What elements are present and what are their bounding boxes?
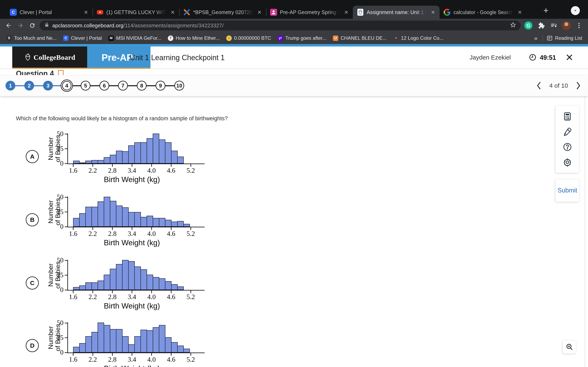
submit-button[interactable]: Submit xyxy=(558,187,577,194)
browser-tab[interactable]: Assignment name: Unit 1 Le xyxy=(353,6,440,19)
browser-tab[interactable]: (1) GETTING LUCKY WITH A xyxy=(93,6,179,19)
bookmark-item[interactable]: THow to Mine Ether... xyxy=(165,34,222,42)
close-assessment-button[interactable] xyxy=(565,53,574,62)
reading-list-button[interactable]: Reading List xyxy=(546,35,584,41)
browser-tab[interactable]: calculator - Google Search xyxy=(440,6,526,19)
bookmark-item[interactable]: CClever | Portal xyxy=(61,34,104,42)
timer-clock-icon xyxy=(529,53,536,61)
option-B-button[interactable]: B xyxy=(26,213,39,226)
stepper-step-7[interactable]: 7 xyxy=(118,81,128,91)
histogram-bar xyxy=(171,151,178,164)
tools-panel xyxy=(555,106,579,173)
stepper-step-10[interactable]: 10 xyxy=(174,81,184,91)
logo-orange-underline xyxy=(12,68,150,69)
bookmark-item[interactable]: ☺0.00000000 BTC xyxy=(224,34,274,42)
zoom-in-button[interactable] xyxy=(563,340,576,354)
help-tool-button[interactable] xyxy=(562,142,573,152)
histogram-bar xyxy=(177,157,184,164)
browser-menu-button[interactable] xyxy=(574,21,584,30)
gear-icon xyxy=(563,158,572,167)
histogram-bar xyxy=(104,275,110,290)
histogram-bar xyxy=(116,264,122,290)
y-tick-mark xyxy=(65,212,68,212)
forward-button[interactable] xyxy=(16,21,25,30)
pencil-tool-button[interactable] xyxy=(562,126,573,137)
browser-tab[interactable]: *BPSB_Geometry 02072B1 xyxy=(179,6,266,19)
browser-tab[interactable]: Pre-AP Geometry Spring 20 xyxy=(266,6,353,19)
bookmark-item[interactable]: ♥12 Logo Color Co... xyxy=(390,34,446,42)
histogram-bar xyxy=(140,330,147,352)
y-tick-label: 0 xyxy=(51,349,63,356)
stepper-step-2[interactable]: 2 xyxy=(24,81,34,91)
x-tick-label: 2.8 xyxy=(104,167,121,174)
next-question-button[interactable] xyxy=(575,81,582,90)
x-tick-label: 3.4 xyxy=(123,230,140,238)
stepper-step-3[interactable]: 3 xyxy=(43,81,53,91)
histogram-bar xyxy=(104,157,110,164)
x-tick-mark xyxy=(132,353,132,356)
back-button[interactable] xyxy=(4,21,13,30)
x-tick-mark xyxy=(190,164,191,167)
bookmark-icon[interactable] xyxy=(58,70,64,75)
new-tab-button[interactable]: + xyxy=(541,5,551,16)
youtube-favicon xyxy=(96,9,104,16)
reading-list-label: Reading List xyxy=(555,35,582,41)
reading-list-icon xyxy=(546,35,553,41)
url-domain: apclassroom.collegeboard.org xyxy=(52,22,123,29)
grammarly-extension-button[interactable]: G xyxy=(523,21,533,30)
address-bar[interactable]: apclassroom.collegeboard.org/114/assessm… xyxy=(40,21,521,30)
x-tick-label: 4.6 xyxy=(163,230,180,238)
histogram-bar xyxy=(147,216,153,227)
histogram-bar xyxy=(171,284,178,290)
scrollbar-track[interactable] xyxy=(585,96,585,367)
stepper-step-5[interactable]: 5 xyxy=(81,81,90,91)
stepper-step-1[interactable]: 1 xyxy=(6,81,15,91)
bookmark-star-icon[interactable] xyxy=(510,22,516,29)
browser-tab[interactable]: CClever | Portal xyxy=(6,6,93,19)
histogram-bar xyxy=(134,267,141,290)
reload-button[interactable] xyxy=(28,21,37,30)
option-D-button[interactable]: D xyxy=(26,339,39,352)
bookmark-item[interactable]: UCHANEL BLEU DE... xyxy=(330,34,389,42)
histogram-bar xyxy=(98,281,104,290)
avatar xyxy=(562,21,571,30)
tab-search-button[interactable] xyxy=(571,6,580,15)
tab-close-icon[interactable] xyxy=(82,8,90,16)
plot-area xyxy=(67,322,205,353)
x-tick-mark xyxy=(171,164,172,167)
tab-close-icon[interactable] xyxy=(516,8,523,16)
playlist-extension-button[interactable] xyxy=(549,21,559,30)
extensions-button[interactable] xyxy=(536,21,546,30)
bookmark-label: Too Much and Ne... xyxy=(14,35,57,41)
stepper-step-8[interactable]: 8 xyxy=(137,81,147,91)
x-tick-mark xyxy=(73,291,73,293)
bookmark-item[interactable]: SToo Much and Ne... xyxy=(4,34,59,42)
plot-area xyxy=(67,260,205,291)
submit-panel: Submit xyxy=(555,179,579,202)
y-tick-label: 50 xyxy=(51,193,63,201)
tab-close-icon[interactable] xyxy=(169,8,176,16)
option-C-button[interactable]: C xyxy=(26,276,39,290)
histogram-bar xyxy=(134,142,141,164)
histogram-bar xyxy=(79,213,86,227)
previous-question-button[interactable] xyxy=(535,81,542,90)
stepper-step-4[interactable]: 4 xyxy=(61,80,73,92)
stepper-step-6[interactable]: 6 xyxy=(99,81,109,91)
bookmarks-overflow-button[interactable]: » xyxy=(533,35,539,42)
stepper-step-9[interactable]: 9 xyxy=(156,81,165,91)
x-tick-label: 1.6 xyxy=(65,230,82,238)
bookmark-favicon: U xyxy=(333,35,338,41)
option-A-button[interactable]: A xyxy=(26,150,39,163)
tab-close-icon[interactable] xyxy=(343,8,350,16)
bookmark-item[interactable]: MMSI NVIDIA GeFor... xyxy=(106,34,164,42)
histogram-bar xyxy=(165,337,172,352)
settings-tool-button[interactable] xyxy=(562,157,573,167)
profile-button[interactable] xyxy=(562,21,571,30)
answer-option-row-D: DNumberof Babies025501.62.22.83.44.04.65… xyxy=(12,321,233,367)
x-tick-mark xyxy=(151,227,152,230)
tab-close-icon[interactable] xyxy=(429,8,437,16)
calculator-tool-button[interactable] xyxy=(562,111,573,122)
lock-icon xyxy=(44,22,49,29)
tab-close-icon[interactable] xyxy=(256,8,263,16)
bookmark-item[interactable]: y!Trump goes after... xyxy=(275,34,329,42)
